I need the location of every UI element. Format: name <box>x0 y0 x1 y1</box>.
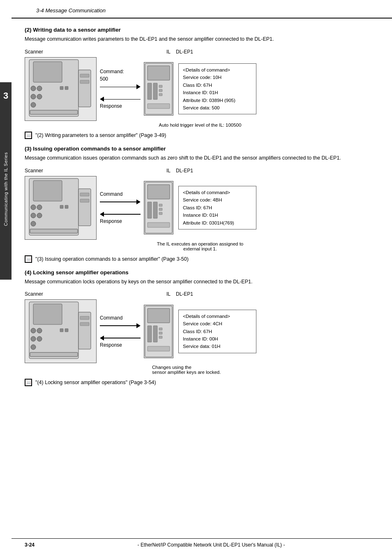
svg-point-27 <box>31 213 36 218</box>
scanner-label-3: Scanner <box>25 168 43 174</box>
svg-point-6 <box>31 94 36 99</box>
svg-rect-54 <box>80 322 89 326</box>
page-number: 3-24 <box>25 542 35 548</box>
details-title-4: <Details of command> <box>183 313 252 320</box>
svg-rect-41 <box>148 222 170 227</box>
section-4-title: (4) Locking sensor amplifier operations <box>25 269 376 276</box>
command-arrow-2 <box>100 84 141 89</box>
svg-point-2 <box>31 86 36 91</box>
command-label-2: Command: <box>100 69 141 74</box>
svg-point-7 <box>37 94 42 99</box>
response-arrow-2 <box>100 97 141 102</box>
svg-point-28 <box>37 213 42 218</box>
details-class-id-2: Class ID: 67H <box>183 81 252 89</box>
details-class-id-4: Class ID: 67H <box>183 328 252 335</box>
scanner-svg-2 <box>25 58 95 119</box>
svg-rect-59 <box>159 328 162 330</box>
scanner-device-2 <box>25 57 97 121</box>
svg-point-24 <box>37 205 42 210</box>
svg-rect-9 <box>30 110 78 114</box>
svg-rect-1 <box>33 62 62 82</box>
section-2-body: Message communication writes parameters … <box>25 35 376 43</box>
ref-text-4: "(4) Locking sensor amplifier operations… <box>35 380 156 385</box>
svg-rect-37 <box>153 202 157 218</box>
page-footer: 3-24 - EtherNet/IP Compatible Network Un… <box>12 538 392 548</box>
section-4-body: Message communication locks operations b… <box>25 278 376 286</box>
svg-point-29 <box>31 221 36 226</box>
details-service-code-4: Service code: 4CH <box>183 320 252 327</box>
details-box-2: <Details of command> Service code: 10H C… <box>178 63 256 114</box>
details-instance-id-3: Instance ID: 01H <box>183 211 252 219</box>
dlep1-svg-3 <box>144 181 173 234</box>
il-label-3: IL <box>166 168 171 174</box>
svg-rect-33 <box>80 199 89 202</box>
response-label-2: Response <box>100 103 122 109</box>
section-2: (2) Writing data to a sensor amplifier M… <box>25 27 376 139</box>
command-label-3: Command <box>100 191 141 197</box>
main-content: (2) Writing data to a sensor amplifier M… <box>25 19 376 386</box>
scanner-label-4: Scanner <box>25 291 43 297</box>
dlep1-svg-4 <box>144 305 173 358</box>
details-service-code-3: Service code: 4BH <box>183 196 252 204</box>
svg-rect-58 <box>153 326 157 342</box>
diagram-caption-3: The IL executes an operation assigned to… <box>25 241 376 251</box>
details-title-2: <Details of command> <box>183 66 252 74</box>
svg-rect-25 <box>60 205 63 208</box>
header-title: 3-4 Message Communication <box>36 7 106 14</box>
scanner-device-3 <box>25 176 97 240</box>
svg-rect-18 <box>159 89 162 92</box>
book-icon-4: 📖 <box>25 379 32 386</box>
ref-text-2: "(2) Writing parameters to a sensor ampl… <box>35 132 166 138</box>
details-attribute-id-2: Attribute ID: 0389H (905) <box>183 97 252 104</box>
svg-rect-62 <box>148 346 170 351</box>
svg-rect-30 <box>30 229 78 233</box>
svg-rect-43 <box>33 304 62 324</box>
details-box-3: <Details of command> Service code: 4BH C… <box>178 186 256 229</box>
svg-rect-56 <box>148 308 170 323</box>
details-service-data-2: Service data: 500 <box>183 104 252 111</box>
section-2-title: (2) Writing data to a sensor amplifier <box>25 27 376 33</box>
arrow-area-3: Command Response <box>97 191 144 224</box>
svg-rect-17 <box>159 85 162 88</box>
details-instance-id-2: Instance ID: 01H <box>183 89 252 96</box>
response-arrow-4 <box>100 336 141 341</box>
details-box-4: <Details of command> Service code: 4CH C… <box>178 310 256 353</box>
scanner-device-4 <box>25 299 97 363</box>
command-arrow-3 <box>100 199 141 204</box>
response-arrow-3 <box>100 212 141 217</box>
ref-link-2: 📖 "(2) Writing parameters to a sensor am… <box>25 132 376 139</box>
svg-rect-47 <box>65 329 68 332</box>
dlep1-label-4: DL-EP1 <box>176 291 193 297</box>
svg-rect-15 <box>148 83 152 100</box>
book-icon-2: 📖 <box>25 132 32 139</box>
dlep1-svg-2 <box>144 63 173 115</box>
svg-rect-39 <box>159 208 162 211</box>
side-tab: 3 Communicating with the IL Series <box>0 82 12 280</box>
page-header: 3-4 Message Communication <box>12 0 392 19</box>
svg-rect-32 <box>80 193 89 196</box>
svg-rect-26 <box>65 205 68 208</box>
section-4: (4) Locking sensor amplifier operations … <box>25 269 376 387</box>
ref-text-3: "(3) Issuing operation commands to a sen… <box>35 256 189 262</box>
arrow-area-4: Command Response <box>97 315 144 348</box>
svg-point-8 <box>31 102 36 107</box>
side-tab-text: Communicating with the IL Series <box>3 152 8 226</box>
details-instance-id-4: Instance ID: 00H <box>183 335 252 343</box>
svg-rect-19 <box>159 93 162 96</box>
svg-rect-35 <box>148 185 170 199</box>
response-label-4: Response <box>100 342 141 348</box>
details-service-data-4: Service data: 01H <box>183 343 252 350</box>
dlep1-label-3: DL-EP1 <box>176 168 193 174</box>
scanner-label-2: Scanner <box>25 49 43 55</box>
svg-rect-51 <box>30 352 78 357</box>
command-arrow-4 <box>100 323 141 328</box>
dlep1-device-4 <box>144 305 173 358</box>
svg-rect-14 <box>148 66 170 80</box>
svg-rect-61 <box>159 336 162 338</box>
details-service-code-2: Service code: 10H <box>183 74 252 81</box>
dlep1-device-3 <box>144 181 173 234</box>
svg-rect-16 <box>153 83 157 100</box>
svg-point-44 <box>31 328 36 333</box>
il-label-2: IL <box>166 49 171 55</box>
svg-rect-4 <box>60 86 63 90</box>
